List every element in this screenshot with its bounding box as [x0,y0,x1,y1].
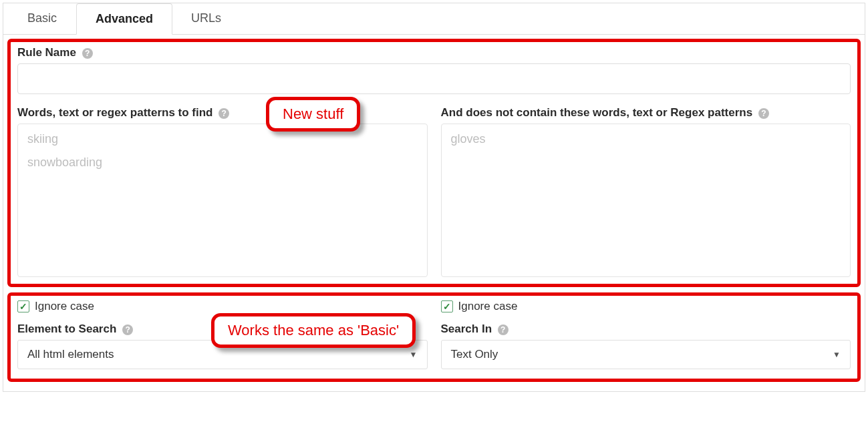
exclude-words-label: And does not contain these words, text o… [441,106,851,120]
callout-new-stuff: New stuff [266,97,360,132]
ignore-case-label-right: Ignore case [458,300,518,313]
tab-bar: Basic Advanced URLs [3,3,865,35]
tag-item[interactable]: gloves [451,132,841,146]
highlight-box-bottom: Ignore case Element to Search ? All html… [7,292,861,382]
help-icon[interactable]: ? [498,324,509,335]
help-icon[interactable]: ? [82,48,93,59]
tab-advanced[interactable]: Advanced [76,3,172,35]
chevron-down-icon: ▼ [410,350,418,359]
tab-content-advanced: Rule Name ? Words, text or regex pattern… [3,35,865,391]
help-icon[interactable]: ? [122,324,133,335]
select-value: All html elements [27,348,114,361]
select-value: Text Only [451,348,498,361]
find-words-label: Words, text or regex patterns to find ? [17,106,428,120]
search-in-select[interactable]: Text Only ▼ [441,340,851,369]
ignore-case-checkbox-left[interactable] [17,300,29,312]
rule-name-input[interactable] [17,63,851,94]
find-words-input[interactable]: skiing snowboarding [17,124,428,277]
help-icon[interactable]: ? [219,108,229,119]
help-icon[interactable]: ? [758,108,769,119]
rule-name-label: Rule Name ? [17,46,851,59]
search-in-label: Search In ? [441,322,851,336]
tag-item[interactable]: snowboarding [27,156,418,170]
tag-item[interactable]: skiing [27,132,418,146]
chevron-down-icon: ▼ [833,350,841,359]
tab-basic[interactable]: Basic [9,3,76,34]
ignore-case-checkbox-right[interactable] [441,300,453,312]
exclude-words-input[interactable]: gloves [441,124,851,277]
tab-urls[interactable]: URLs [172,3,241,34]
highlight-box-top: Rule Name ? Words, text or regex pattern… [7,39,861,287]
ignore-case-label-left: Ignore case [35,300,94,313]
callout-same-as-basic: Works the same as 'Basic' [211,313,416,348]
rule-editor-panel: Basic Advanced URLs Rule Name ? Words, t… [3,3,865,392]
